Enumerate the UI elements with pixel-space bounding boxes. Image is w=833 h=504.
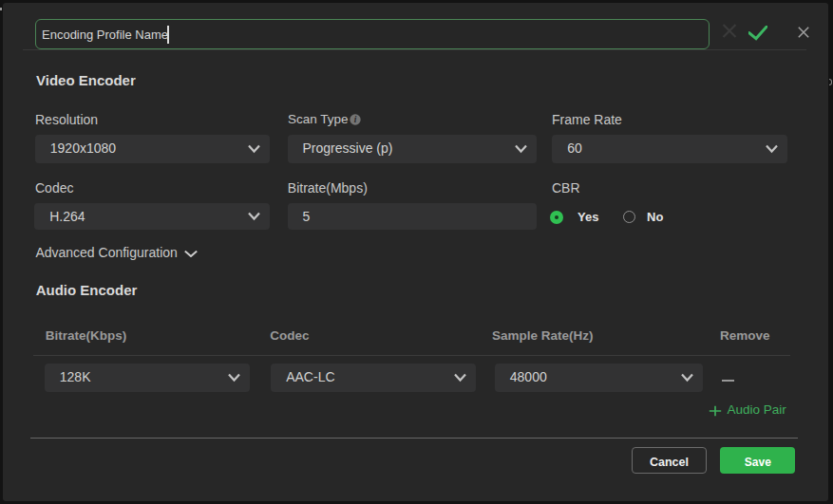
svg-text:i: i (354, 115, 357, 124)
